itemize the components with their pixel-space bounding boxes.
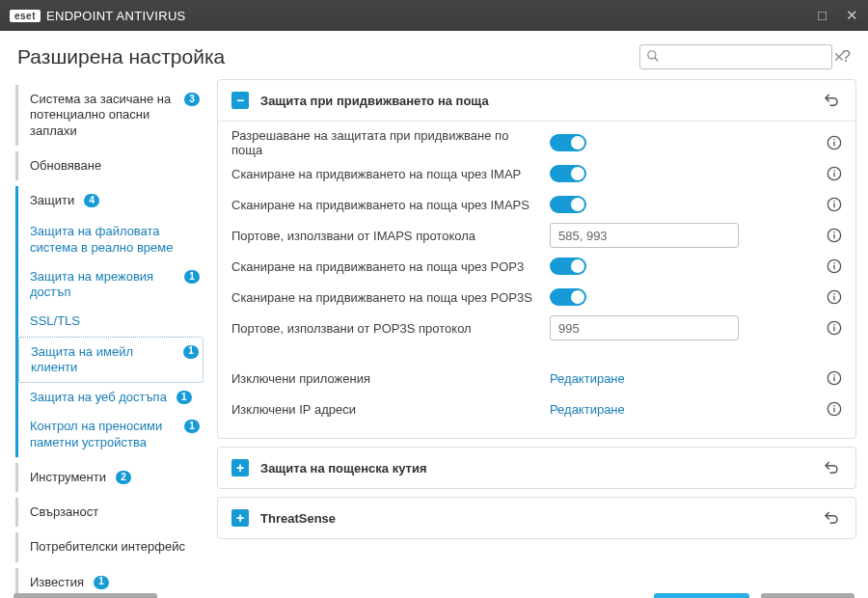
sidebar-item[interactable]: Система за засичане на потенциално опасн… [18,85,203,146]
setting-row: Сканиране на придвижването на поща чрез … [231,282,842,313]
edit-link[interactable]: Редактиране [550,402,625,417]
help-icon[interactable]: ? [842,47,851,67]
setting-label: Изключени приложения [231,371,540,386]
badge: 1 [183,345,199,359]
setting-label: Сканиране на придвижването на поща чрез … [231,167,540,181]
toggle-switch[interactable] [550,288,586,306]
search-input[interactable] [665,50,827,65]
toggle-switch[interactable] [550,134,586,151]
setting-label: Портове, използвани от IMAPS протокола [231,229,540,243]
sidebar-item-label: Защита на файловата система в реално вре… [30,224,200,256]
setting-row: Сканиране на придвижването на поща чрез … [231,189,842,220]
badge: 2 [116,471,131,484]
svg-line-1 [654,57,658,61]
product-name: ENDPOINT ANTIVIRUS [46,9,186,23]
svg-rect-24 [833,377,834,382]
sidebar-item[interactable]: Инструменти 2 [18,463,203,492]
expand-icon[interactable]: + [231,459,249,476]
panel-title: ThreatSense [260,511,336,526]
panel-mailbox-protection: + Защита на пощенска кутия [217,447,856,489]
info-icon[interactable] [827,135,842,150]
panel-title: Защита при придвижването на поща [260,94,489,108]
panel-header-mail-transport[interactable]: − Защита при придвижването на поща [218,80,855,121]
revert-icon[interactable] [821,90,842,111]
toggle-switch[interactable] [550,196,586,213]
setting-label: Портове, използвани от POP3S протокол [231,321,540,336]
port-input[interactable] [550,315,739,340]
svg-rect-13 [833,231,834,232]
title-bar: eset ENDPOINT ANTIVIRUS □ ✕ [0,0,868,31]
info-icon[interactable] [827,228,842,243]
badge: 1 [184,420,200,433]
sidebar-item-label: Известия [30,575,84,590]
sidebar-item-label: SSL/TLS [30,313,80,329]
info-icon[interactable] [827,320,842,336]
svg-rect-6 [833,173,834,177]
svg-rect-9 [833,204,834,208]
sidebar-subitem[interactable]: Защита на уеб достъпа 1 [18,383,203,412]
panel-header-threatsense[interactable]: + ThreatSense [218,498,855,538]
maximize-icon[interactable]: □ [818,7,827,24]
panel-header-mailbox[interactable]: + Защита на пощенска кутия [218,448,855,488]
info-icon[interactable] [827,166,842,181]
panel-title: Защита на пощенска кутия [260,461,427,476]
sidebar-item-label: Обновяване [30,158,101,174]
setting-row: Портове, използвани от IMAPS протокола [231,220,842,251]
sidebar-item[interactable]: Обновяване [18,151,203,180]
svg-rect-3 [833,142,834,147]
svg-rect-21 [833,327,834,332]
sidebar-subitem[interactable]: Защита на мрежовия достъп 1 [18,262,203,308]
brand: eset ENDPOINT ANTIVIRUS [10,9,186,23]
expand-icon[interactable]: + [231,509,249,527]
sidebar-subitem[interactable]: Защита на файловата система в реално вре… [18,217,203,262]
badge: 4 [84,194,99,207]
toggle-switch[interactable] [550,258,586,275]
svg-rect-25 [833,374,834,375]
close-icon[interactable]: ✕ [846,7,858,24]
sidebar-item[interactable]: Потребителски интерфейс [18,532,203,561]
info-icon[interactable] [827,370,842,386]
setting-row: Изключени IP адресиРедактиране [231,394,842,424]
svg-rect-7 [833,170,834,171]
sidebar-item-label: Потребителски интерфейс [30,539,185,555]
revert-icon[interactable] [821,457,842,478]
edit-link[interactable]: Редактиране [550,371,625,386]
defaults-button[interactable]: По подразбиране [14,593,157,598]
svg-point-0 [647,50,655,58]
info-icon[interactable] [827,197,842,212]
toggle-switch[interactable] [550,165,586,182]
svg-rect-4 [833,139,834,140]
ok-button[interactable]: OK [654,593,749,598]
collapse-icon[interactable]: − [231,92,249,109]
sidebar-item-label: Контрол на преносими паметни устройства [30,419,175,450]
window-controls: □ ✕ [818,7,858,24]
port-input[interactable] [550,223,739,248]
panel-threatsense: + ThreatSense [217,497,856,539]
search-box[interactable]: ✕ [639,44,832,69]
svg-rect-12 [833,234,834,239]
content-area: − Защита при придвижването на поща Разре… [217,79,868,581]
svg-rect-10 [833,201,834,202]
sidebar-item[interactable]: Защити 4 [18,186,203,215]
badge: 1 [176,391,192,404]
cancel-button[interactable]: Откажи [761,593,854,598]
search-icon [646,49,660,66]
info-icon[interactable] [827,401,842,417]
svg-rect-28 [833,405,834,406]
sidebar-item-label: Защита на мрежовия достъп [30,269,175,301]
sidebar-subitem[interactable]: Защита на имейл клиенти 1 [18,337,203,384]
eset-logo: eset [10,10,41,22]
info-icon[interactable] [827,289,842,305]
svg-rect-18 [833,296,834,301]
sidebar-subitem[interactable]: SSL/TLS [18,307,203,336]
sidebar-item[interactable]: Свързаност [18,498,203,527]
setting-row: Изключени приложенияРедактиране [231,363,842,394]
revert-icon[interactable] [821,507,842,529]
sidebar: Система за засичане на потенциално опасн… [0,79,217,581]
sidebar-item-label: Защита на имейл клиенти [31,344,174,376]
svg-rect-22 [833,324,834,325]
setting-label: Сканиране на придвижването на поща чрез … [231,198,540,212]
svg-rect-19 [833,293,834,294]
sidebar-subitem[interactable]: Контрол на преносими паметни устройства … [18,412,203,457]
info-icon[interactable] [827,258,842,274]
